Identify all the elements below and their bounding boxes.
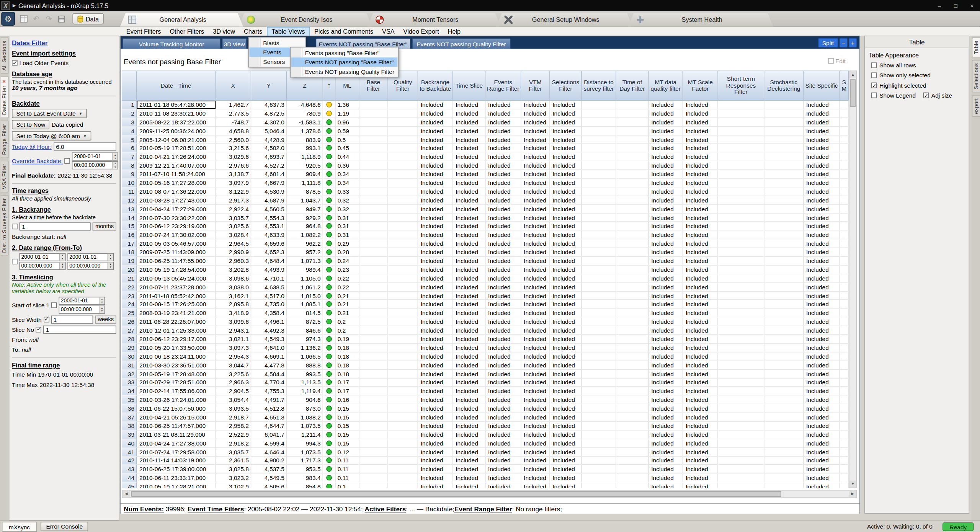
cell-mt-data-quality-filter[interactable]: Included [649, 292, 683, 300]
cell-short-term-responses-filter[interactable] [718, 170, 764, 178]
cell-vtm-filter[interactable]: Included [521, 422, 550, 430]
cell-indicator[interactable] [323, 387, 336, 395]
cell-site-specific[interactable]: Included [804, 352, 840, 361]
cell-z[interactable]: 964.8 [287, 222, 323, 230]
cell-x[interactable]: 2,958.2 [216, 422, 251, 430]
add-view-button[interactable]: + [849, 38, 857, 47]
table-row[interactable]: 302010-06-18 23:24:11.0002,954.34,669.11… [122, 352, 849, 361]
cell-ml[interactable]: 0.36 [336, 162, 359, 170]
cell-x[interactable]: 3,035.7 [216, 214, 251, 222]
cell-ml[interactable]: 0.29 [336, 240, 359, 248]
cell-site-specific[interactable]: Included [804, 101, 840, 109]
table-row[interactable]: 402010-04-24 17:27:38.0002,918.24,599.49… [122, 439, 849, 448]
cell-x[interactable]: 3,102.9 [216, 483, 251, 488]
cell-vtm-filter[interactable]: Included [521, 144, 550, 152]
cell-ml[interactable]: 0.18 [336, 344, 359, 352]
cell-events-range-filter[interactable]: Included [486, 118, 521, 126]
cell-ml[interactable]: 0.96 [336, 118, 359, 126]
cell-vtm-filter[interactable]: Included [521, 370, 550, 378]
cell-vtm-filter[interactable]: Included [521, 361, 550, 369]
cell-selections-filter[interactable]: Included [550, 240, 582, 248]
cell-vtm-filter[interactable]: Included [521, 162, 550, 170]
cell-selections-filter[interactable]: Included [550, 196, 582, 204]
cell-events-range-filter[interactable]: Included [486, 283, 521, 291]
cell-events-range-filter[interactable]: Included [486, 387, 521, 395]
slice-start-checkbox[interactable] [51, 302, 57, 308]
cell-mt-data-quality-filter[interactable]: Included [649, 387, 683, 395]
view-tab-events-not-passing-quality-filter[interactable]: Events NOT passing Quality Filter [412, 38, 511, 49]
cell-z[interactable]: 1,136.2 [287, 344, 323, 352]
cell-mt-scale-factor[interactable]: Included [683, 135, 718, 144]
cell-time-slice[interactable]: Included [453, 257, 486, 265]
column-header-s-m[interactable]: S M [840, 70, 849, 100]
slice-no-input[interactable]: 1 [43, 325, 116, 333]
cell-events-range-filter[interactable]: Included [486, 292, 521, 300]
cell-vtm-filter[interactable]: Included [521, 248, 550, 256]
column-header-date-time[interactable]: Date - Time [137, 70, 216, 100]
cell-x[interactable]: 2,895.8 [216, 300, 251, 308]
cell-ml[interactable]: 0.18 [336, 361, 359, 369]
cell-date-time[interactable]: 2010-06-11 23:33:17.000 [137, 474, 216, 482]
cell-events-range-filter[interactable]: Included [486, 370, 521, 378]
cell-short-term-responses-filter[interactable] [718, 292, 764, 300]
option-show-legend[interactable]: Show Legend [871, 92, 916, 99]
cell-backrange-to-backdate[interactable]: Included [418, 214, 453, 222]
cell-events-range-filter[interactable]: Included [486, 101, 521, 109]
highlight-selected-checkbox[interactable] [871, 83, 877, 88]
cell-distance-to-survey-filter[interactable] [582, 205, 616, 213]
cell-base-filter[interactable] [359, 127, 388, 135]
override-date-spinner[interactable]: 2000-01-01▴▾ [72, 153, 118, 161]
cell-site-specific[interactable]: Included [804, 153, 840, 161]
cell-site-specific[interactable]: Included [804, 387, 840, 395]
cell-ml[interactable]: 0.31 [336, 214, 359, 222]
cell-indicator[interactable] [323, 283, 336, 291]
cell-mt-scale-factor[interactable]: Included [683, 292, 718, 300]
slice-width-checkbox[interactable] [43, 317, 49, 322]
cell-vtm-filter[interactable]: Included [521, 335, 550, 343]
cell-time-slice[interactable]: Included [453, 135, 486, 144]
cell-selections-filter[interactable]: Included [550, 231, 582, 239]
cell-indicator[interactable] [323, 153, 336, 161]
cell-date-time[interactable]: 2011-07-10 11:58:24.000 [137, 170, 216, 178]
cell-date-time[interactable]: 2011-03-21 08:11:29.000 [137, 431, 216, 439]
cell-mt-data-quality-filter[interactable]: Included [649, 222, 683, 230]
cell-short-term-responses-filter[interactable] [718, 300, 764, 308]
table-row[interactable]: 312010-03-30 23:36:51.0003,044.74,477.88… [122, 361, 849, 370]
cell-quality-filter[interactable] [388, 335, 418, 343]
adj-size-checkbox[interactable] [923, 93, 929, 98]
cell-z[interactable]: 974.3 [287, 335, 323, 343]
cell-base-filter[interactable] [359, 474, 388, 482]
cell-s-m[interactable] [840, 309, 849, 317]
cell-short-term-responses-filter[interactable] [718, 309, 764, 317]
cell-time-of-day-filter[interactable] [616, 188, 649, 196]
cell-stochastic-declustering[interactable] [764, 448, 804, 456]
cell-indicator[interactable] [323, 439, 336, 447]
cell-ml[interactable]: 0.32 [336, 196, 359, 204]
cell-short-term-responses-filter[interactable] [718, 162, 764, 170]
cell-y[interactable]: 4,358.4 [251, 309, 287, 317]
cell-ml[interactable]: 0.11 [336, 465, 359, 473]
cell-backrange-to-backdate[interactable]: Included [418, 222, 453, 230]
cell-ml[interactable]: 0.5 [336, 135, 359, 144]
cell-s-m[interactable] [840, 162, 849, 170]
cell-quality-filter[interactable] [388, 344, 418, 352]
cell-short-term-responses-filter[interactable] [718, 457, 764, 465]
cell-indicator[interactable] [323, 266, 336, 274]
cell-z[interactable]: 873.0 [287, 405, 323, 413]
cell-short-term-responses-filter[interactable] [718, 422, 764, 430]
cell-ml[interactable]: 0.21 [336, 300, 359, 308]
cell-s-m[interactable] [840, 431, 849, 439]
cell-time-of-day-filter[interactable] [616, 352, 649, 361]
cell-backrange-to-backdate[interactable]: Included [418, 370, 453, 378]
cell-time-slice[interactable]: Included [453, 153, 486, 161]
cell-s-m[interactable] [840, 352, 849, 361]
cell-mt-data-quality-filter[interactable]: Included [649, 352, 683, 361]
cell-x[interactable]: 2,922.4 [216, 205, 251, 213]
cell-z[interactable]: 1,105.0 [287, 274, 323, 282]
cell-base-filter[interactable] [359, 188, 388, 196]
cell-short-term-responses-filter[interactable] [718, 266, 764, 274]
cell-indicator[interactable] [323, 118, 336, 126]
cell-quality-filter[interactable] [388, 413, 418, 421]
cell-backrange-to-backdate[interactable]: Included [418, 326, 453, 334]
cell-quality-filter[interactable] [388, 101, 418, 109]
